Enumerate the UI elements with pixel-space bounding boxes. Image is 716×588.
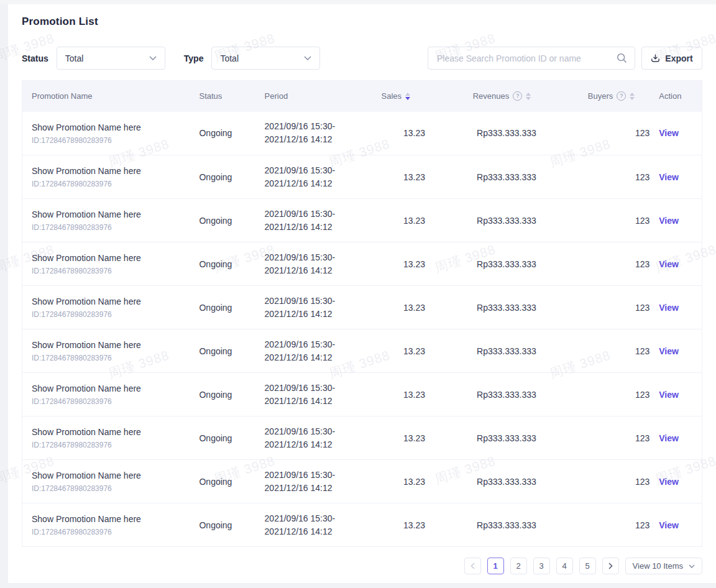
next-page-button[interactable] <box>602 558 619 574</box>
sort-icon-sales[interactable] <box>405 93 410 100</box>
view-link[interactable]: View <box>659 477 679 487</box>
page-button-1[interactable]: 1 <box>487 558 504 574</box>
view-link[interactable]: View <box>659 520 679 530</box>
filter-bar: Status Total Type Total Export <box>22 47 702 70</box>
status-cell: Ongoing <box>190 416 255 460</box>
pagination: 12345 View 10 Items <box>22 558 702 574</box>
period-end: 2021/12/16 14:12 <box>265 264 354 277</box>
period-end: 2021/12/16 14:12 <box>265 525 354 538</box>
sales-cell: 13.23 <box>354 155 425 199</box>
page-button-5[interactable]: 5 <box>579 558 596 574</box>
table-row: Show Promotion Name here ID:172846789802… <box>22 155 702 199</box>
promotion-name: Show Promotion Name here <box>32 122 190 134</box>
page-button-2[interactable]: 2 <box>510 558 527 574</box>
period-end: 2021/12/16 14:12 <box>265 351 354 364</box>
revenues-cell: Rp333.333.333 <box>425 416 579 460</box>
status-value: Ongoing <box>199 172 232 182</box>
status-cell: Ongoing <box>190 199 255 242</box>
column-header-promotion-name: Promotion Name <box>22 81 190 112</box>
promotion-name: Show Promotion Name here <box>32 165 190 177</box>
sales-cell: 13.23 <box>354 199 425 242</box>
question-icon[interactable]: ? <box>617 91 626 101</box>
export-button[interactable]: Export <box>641 47 702 70</box>
revenues-cell: Rp333.333.333 <box>425 286 579 329</box>
sales-cell: 13.23 <box>354 416 425 460</box>
period-cell: 2021/09/16 15:30- 2021/12/16 14:12 <box>255 199 354 242</box>
view-link[interactable]: View <box>659 433 679 443</box>
page-button-4[interactable]: 4 <box>556 558 573 574</box>
promotion-id: ID:17284678980283976 <box>32 354 190 362</box>
table-row: Show Promotion Name here ID:172846789802… <box>22 242 702 286</box>
view-link[interactable]: View <box>659 259 679 269</box>
period-end: 2021/12/16 14:12 <box>265 308 354 321</box>
status-value: Ongoing <box>199 520 232 530</box>
chevron-right-icon <box>608 563 613 569</box>
period-cell: 2021/09/16 15:30- 2021/12/16 14:12 <box>255 373 354 416</box>
column-header-status: Status <box>190 81 255 112</box>
promotion-id: ID:17284678980283976 <box>32 180 190 188</box>
column-header-buyers[interactable]: Buyers ? <box>579 81 649 112</box>
promotion-name-cell: Show Promotion Name here ID:172846789802… <box>22 373 190 416</box>
period-start: 2021/09/16 15:30- <box>265 120 354 133</box>
status-select[interactable]: Total <box>57 47 165 70</box>
revenues-cell: Rp333.333.333 <box>425 329 579 373</box>
column-header-revenues[interactable]: Revenues ? <box>425 81 579 112</box>
promotion-name-cell: Show Promotion Name here ID:172846789802… <box>22 242 190 286</box>
table-row: Show Promotion Name here ID:172846789802… <box>22 286 702 329</box>
view-link[interactable]: View <box>659 172 679 182</box>
status-value: Ongoing <box>199 346 232 356</box>
column-header-sales[interactable]: Sales <box>354 81 425 112</box>
sales-cell: 13.23 <box>354 112 425 155</box>
period-end: 2021/12/16 14:12 <box>265 395 354 408</box>
promotion-name-cell: Show Promotion Name here ID:172846789802… <box>22 416 190 460</box>
action-cell: View <box>649 155 702 199</box>
question-icon[interactable]: ? <box>513 91 522 101</box>
promotion-id: ID:17284678980283976 <box>32 136 190 145</box>
type-select[interactable]: Total <box>211 47 320 70</box>
period-cell: 2021/09/16 15:30- 2021/12/16 14:12 <box>255 112 354 155</box>
buyers-cell: 123 <box>579 416 649 460</box>
revenues-cell: Rp333.333.333 <box>425 242 579 286</box>
search-icon[interactable] <box>617 53 627 63</box>
promotion-table: Promotion Name Status Period Sales Reven… <box>22 80 702 547</box>
page-size-select[interactable]: View 10 Items <box>625 558 702 574</box>
period-start: 2021/09/16 15:30- <box>265 295 354 308</box>
view-link[interactable]: View <box>659 128 679 138</box>
promotion-name: Show Promotion Name here <box>32 209 190 221</box>
status-value: Ongoing <box>199 216 232 226</box>
period-start: 2021/09/16 15:30- <box>265 338 354 351</box>
action-cell: View <box>649 460 702 503</box>
buyers-cell: 123 <box>579 329 649 373</box>
revenues-cell: Rp333.333.333 <box>425 373 579 416</box>
view-link[interactable]: View <box>659 390 679 400</box>
type-filter-label: Type <box>184 53 204 63</box>
prev-page-button[interactable] <box>464 558 481 574</box>
view-link[interactable]: View <box>659 216 679 226</box>
promotion-id: ID:17284678980283976 <box>32 223 190 232</box>
page-edge-top <box>0 0 716 4</box>
table-row: Show Promotion Name here ID:172846789802… <box>22 112 702 155</box>
status-value: Ongoing <box>199 433 232 443</box>
page-button-3[interactable]: 3 <box>533 558 550 574</box>
sort-icon-revenues[interactable] <box>526 93 531 100</box>
action-cell: View <box>649 199 702 242</box>
view-link[interactable]: View <box>659 346 679 356</box>
column-header-period: Period <box>255 81 354 112</box>
period-start: 2021/09/16 15:30- <box>265 425 354 438</box>
period-end: 2021/12/16 14:12 <box>265 438 354 451</box>
status-cell: Ongoing <box>190 286 255 329</box>
status-value: Ongoing <box>199 390 232 400</box>
promotion-name-cell: Show Promotion Name here ID:172846789802… <box>22 329 190 373</box>
page-size-label: View 10 Items <box>633 561 683 571</box>
status-value: Ongoing <box>199 303 232 313</box>
promotion-name: Show Promotion Name here <box>32 339 190 351</box>
view-link[interactable]: View <box>659 303 679 313</box>
buyers-cell: 123 <box>579 373 649 416</box>
buyers-cell: 123 <box>579 112 649 155</box>
search-input[interactable] <box>436 53 617 64</box>
table-row: Show Promotion Name here ID:172846789802… <box>22 199 702 242</box>
chevron-left-icon <box>470 563 475 569</box>
sort-icon-buyers[interactable] <box>630 93 635 100</box>
table-header-row: Promotion Name Status Period Sales Reven… <box>22 81 702 112</box>
promotion-name-cell: Show Promotion Name here ID:172846789802… <box>22 112 190 155</box>
